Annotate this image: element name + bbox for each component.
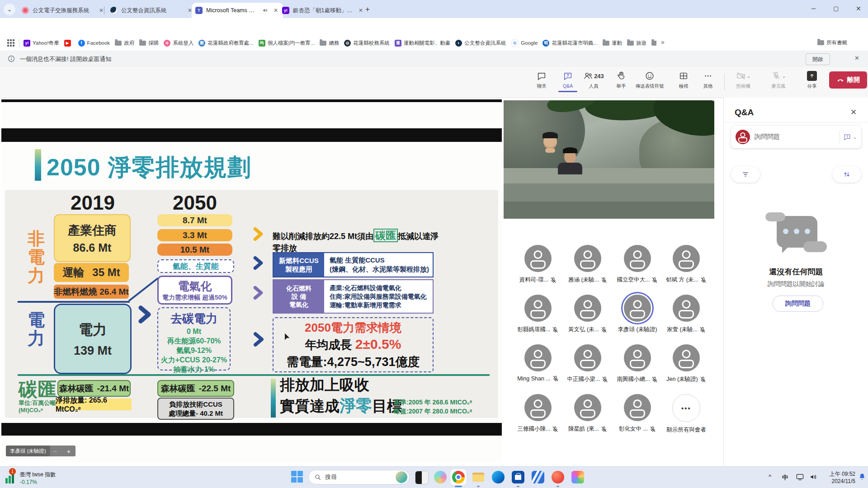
participant-tile[interactable]: 郁斌 方 (未...	[661, 245, 711, 284]
qa-close-icon[interactable]: ✕	[850, 108, 857, 117]
new-tab-button[interactable]: +	[365, 5, 370, 14]
bookmark-folder-sport[interactable]: 運動	[603, 40, 622, 47]
divider	[839, 131, 840, 143]
leave-button[interactable]: 離開	[829, 71, 867, 89]
bookmark-yahoo[interactable]: y!Yahoo!奇摩	[24, 40, 59, 47]
zoom-in-button[interactable]: +	[67, 447, 71, 455]
ask-mode-chevron-icon[interactable]: ⌄	[853, 135, 857, 140]
raise-hand-button[interactable]: 舉手	[609, 70, 634, 89]
participant-tile[interactable]: 中正國小梁...	[563, 344, 613, 383]
show-all-participants[interactable]: •••顯示所有與會者	[661, 394, 711, 434]
more-avatar-icon[interactable]: •••	[672, 394, 700, 422]
more-button[interactable]: 其他	[695, 70, 721, 89]
bookmarks-overflow-chevron[interactable]: »	[661, 38, 665, 46]
infobar-close-icon[interactable]: ✕	[854, 55, 859, 61]
participant-tile[interactable]: 資料司-環...	[513, 245, 563, 284]
participant-tile[interactable]: Jen (未驗證)	[661, 344, 711, 383]
volume-icon[interactable]	[809, 473, 818, 481]
participant-tile[interactable]: 南興國小總...	[613, 344, 662, 383]
taskbar-search[interactable]: 搜尋	[308, 470, 410, 484]
bookmark-login[interactable]: ⊙系統登入	[164, 40, 193, 47]
participant-tile[interactable]: 彰縣媽厝國...	[513, 295, 563, 333]
participant-tile[interactable]: 陳星皓 (來...	[563, 394, 613, 433]
tab-4[interactable]: y! 銀杏恐「朝1處移動」!買新興 ✕	[278, 3, 368, 18]
bookmark-edu-bureau[interactable]: 教花蓮縣政府教育處...	[198, 40, 254, 47]
video-tile[interactable]	[504, 100, 714, 219]
participant-tile[interactable]: 黃文弘 (未...	[563, 295, 613, 333]
cast-icon[interactable]	[796, 473, 804, 481]
reactions-button[interactable]: 傳送表情符號	[634, 70, 665, 89]
tab-1[interactable]: 公文電子交換服務系統 ✕	[18, 3, 108, 18]
window-maximize-button[interactable]: ▢	[833, 5, 839, 12]
unit-note: 單位:百萬公噸(Mt)CO₂ᵉ	[19, 399, 56, 414]
avatar	[524, 295, 552, 322]
enable-notifications-button[interactable]: 開啟	[806, 53, 830, 65]
search-icon	[314, 474, 321, 481]
tab-list-chevron-icon[interactable]: ⌄	[4, 4, 15, 15]
widgets-weather-stock[interactable]: 1 臺灣 twse 指數 -0.17%	[5, 470, 86, 486]
tray-chevron-icon[interactable]: ^	[769, 473, 771, 480]
ask-question-button[interactable]: 詢問問題	[773, 296, 823, 312]
qa-sort-button[interactable]	[832, 166, 861, 183]
participant-tile[interactable]: 彰化女中 ...	[613, 394, 662, 433]
mouse-cursor	[283, 332, 292, 341]
taskbar-app-chrome[interactable]	[452, 471, 465, 483]
tab-3-active[interactable]: T Microsoft Teams 會議 | Mic ✕	[192, 3, 283, 18]
bookmark-mingyi[interactable]: 明花蓮縣花蓮市明義...	[542, 40, 598, 47]
taskbar-app-red[interactable]	[552, 471, 564, 483]
ask-question-input[interactable]: 詢問問題 ⌄	[731, 126, 861, 148]
participant-tile[interactable]: 家萱 (未驗...	[661, 295, 711, 333]
taskbar-app-paint[interactable]	[571, 471, 584, 483]
bookmark-sports-media[interactable]: 運運動相關電影、動畫	[395, 40, 451, 47]
participant-tile[interactable]: 三條國小陳...	[513, 394, 563, 433]
info-icon	[7, 55, 15, 63]
participant-tile[interactable]: 國立空中大...	[613, 245, 662, 284]
taskbar-app-m365[interactable]	[532, 471, 544, 483]
ime-indicator[interactable]: 中	[782, 474, 788, 482]
bookmark-youtube[interactable]: ▶	[64, 40, 73, 47]
taskbar-app-explorer[interactable]	[472, 471, 485, 483]
doc-info-favicon	[110, 7, 118, 14]
qa-button[interactable]: Q&A	[555, 70, 580, 89]
tab-2[interactable]: 公文整合資訊系統 ✕	[107, 3, 197, 18]
slide-zoom-controls[interactable]: − +	[48, 446, 75, 456]
window-minimize-button[interactable]: ─	[811, 5, 816, 12]
participant-tile-speaking[interactable]: 李彥頭 (未驗證)	[613, 295, 662, 333]
zoom-out-button[interactable]: −	[53, 447, 57, 455]
mic-button[interactable]: ⌄麥克風	[765, 70, 792, 89]
participant-tile[interactable]: 雅涵 (未驗...	[563, 245, 613, 284]
clock[interactable]: 上午 09:52 2024/11/5	[822, 470, 855, 485]
bookmark-folder-tax[interactable]: 報稅	[651, 40, 656, 47]
tab-close-icon[interactable]: ✕	[357, 7, 364, 14]
taskbar-app-copilot[interactable]	[434, 471, 447, 483]
taskbar-app-edge[interactable]	[492, 471, 505, 483]
start-button[interactable]	[291, 471, 304, 483]
bookmark-folder-gov[interactable]: 政府	[115, 40, 134, 47]
share-button[interactable]: 分享	[799, 70, 825, 89]
slide-top-bar	[1, 128, 502, 142]
bookmark-folder-general[interactable]: 總務	[320, 40, 339, 47]
search-highlight-icon[interactable]	[396, 471, 407, 483]
bookmark-folder-procure[interactable]: 採購	[139, 40, 159, 47]
apps-grid-icon[interactable]	[7, 39, 14, 47]
window-close-button[interactable]: ✕	[856, 5, 861, 12]
bookmark-doc-info[interactable]: ◐公文整合資訊系統	[455, 40, 506, 47]
bookmark-junyi[interactable]: 均個人檔案|均一教育...	[259, 40, 315, 47]
bookmark-google[interactable]: GGoogle	[511, 39, 538, 47]
all-bookmarks-button[interactable]: 所有書籤	[817, 39, 847, 46]
notification-bell-icon[interactable]	[858, 473, 866, 481]
people-button[interactable]: 243人員	[579, 70, 609, 89]
question-bubble-icon[interactable]	[843, 133, 851, 141]
bookmark-facebook[interactable]: fFacebook	[78, 40, 110, 47]
view-button[interactable]: 檢視	[671, 70, 696, 89]
participant-tile[interactable]: Ming Shan ...	[513, 344, 563, 382]
hard-to-abate-note: 難以削減排放約22.5 Mt須由碳匯抵減以達淨零排放	[273, 229, 440, 253]
taskbar-app-store[interactable]	[512, 471, 524, 483]
qa-filter-button[interactable]	[731, 166, 760, 183]
taskbar-app-contrast[interactable]	[415, 471, 429, 484]
bookmark-folder-travel[interactable]: 旅遊	[627, 40, 646, 47]
camera-button[interactable]: ⌄照相機	[730, 70, 757, 89]
bookmark-school-sys[interactable]: ◍花蓮縣校務系統	[344, 40, 390, 47]
yahoo-favicon: y!	[282, 7, 289, 14]
chat-button[interactable]: 聊天	[529, 70, 554, 89]
